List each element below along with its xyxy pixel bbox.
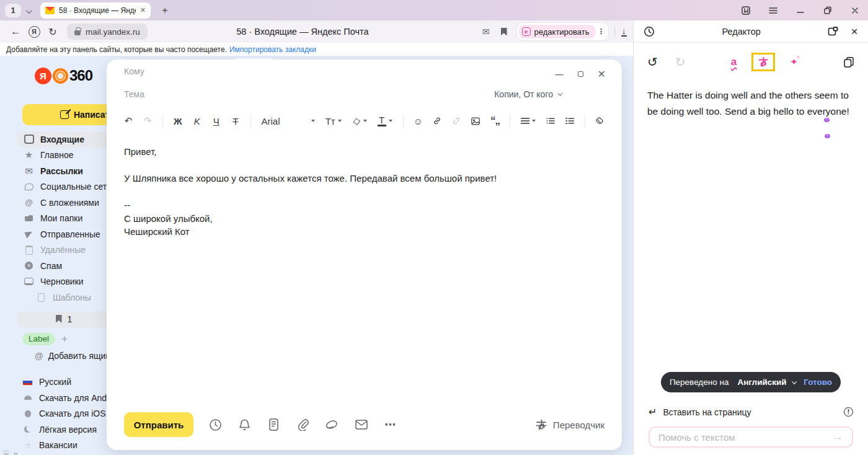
send-button[interactable]: Отправить bbox=[124, 412, 193, 437]
font-size-select[interactable]: Tт bbox=[326, 116, 342, 126]
redo-icon[interactable]: ↷ bbox=[143, 115, 152, 126]
yandex-services-icon[interactable]: Я bbox=[25, 26, 43, 38]
translate-tool-highlighted[interactable] bbox=[751, 53, 775, 71]
translated-text[interactable]: The Hatter is doing well and the others … bbox=[647, 87, 854, 120]
edit-extension-menu-icon[interactable]: ⋮ bbox=[596, 30, 606, 33]
language-select[interactable]: Английский bbox=[737, 378, 795, 387]
underline-button[interactable]: Ч bbox=[212, 116, 221, 126]
sidebar-link-apple[interactable]: Скачать для iOS bbox=[22, 406, 107, 422]
subject-field[interactable]: Тема Копии, От кого bbox=[124, 82, 604, 105]
translator-button[interactable]: Переводчик bbox=[535, 418, 604, 431]
url-field[interactable]: mail.yandex.ru bbox=[67, 24, 148, 40]
signature-pen-icon[interactable] bbox=[317, 420, 347, 430]
compose-close-icon[interactable]: ✕ bbox=[598, 68, 606, 80]
spellcheck-icon[interactable]: a bbox=[731, 56, 737, 68]
compose-button[interactable]: Написать bbox=[22, 104, 107, 125]
bookmark-action-icon[interactable] bbox=[501, 28, 507, 36]
tab-counter[interactable]: 1 bbox=[5, 4, 21, 17]
menu-icon[interactable] bbox=[768, 5, 779, 16]
reminder-bell-icon[interactable] bbox=[230, 418, 259, 431]
emoji-icon[interactable]: ☺ bbox=[414, 116, 422, 126]
close-window-icon[interactable] bbox=[849, 5, 861, 16]
font-family-select[interactable]: Arial bbox=[262, 116, 315, 126]
sidebar-link-hand[interactable]: Вакансии bbox=[22, 438, 107, 454]
to-field[interactable]: Кому bbox=[124, 60, 604, 82]
yandex-360-logo[interactable]: Я 360 bbox=[35, 67, 92, 84]
bullet-list-icon[interactable] bbox=[546, 117, 555, 125]
minimize-icon[interactable] bbox=[795, 5, 806, 16]
sidebar-link-label: Скачать для iOS bbox=[39, 409, 106, 418]
bold-button[interactable]: Ж bbox=[174, 116, 182, 126]
insert-to-page-button[interactable]: ↵ Вставить на страницу ! bbox=[649, 406, 853, 418]
downloads-icon[interactable]: ↓ bbox=[621, 27, 627, 37]
panel-bookmark-icon[interactable] bbox=[740, 5, 751, 16]
history-clock-icon[interactable] bbox=[644, 26, 655, 37]
tab-list-chevron-icon[interactable] bbox=[26, 5, 30, 16]
italic-button[interactable]: K bbox=[193, 116, 202, 126]
unlink-icon[interactable] bbox=[452, 116, 461, 126]
label-pill[interactable]: Label bbox=[22, 333, 55, 345]
sidebar-item-star[interactable]: Главное bbox=[22, 148, 107, 164]
align-select[interactable] bbox=[521, 118, 536, 124]
fill-color-select[interactable]: ◇ bbox=[352, 115, 367, 126]
sidebar-item-mailings[interactable]: Рассылки bbox=[22, 163, 107, 179]
sidebar-link-moon[interactable]: Лёгкая версия bbox=[22, 422, 107, 438]
message-body[interactable]: Привет,У Шляпника все хорошо у остальных… bbox=[124, 135, 604, 405]
sidebar-link-flag[interactable]: Русский bbox=[22, 374, 107, 391]
editor-redo-icon[interactable]: ↻ bbox=[675, 55, 686, 69]
sidebar-item-folder[interactable]: Мои папки bbox=[22, 211, 107, 227]
restore-icon[interactable] bbox=[822, 5, 833, 16]
import-bookmarks-link[interactable]: Импортировать закладки bbox=[229, 45, 316, 54]
sidebar-item-trash[interactable]: Удалённые bbox=[22, 242, 107, 258]
compose-minimize-icon[interactable]: — bbox=[556, 69, 564, 79]
sidebar-item-attach[interactable]: С вложениями bbox=[22, 195, 107, 211]
editor-undo-icon[interactable]: ↺ bbox=[647, 55, 658, 69]
bookmarked-filter[interactable]: 1 bbox=[17, 311, 107, 327]
template-icon bbox=[36, 292, 46, 303]
hand-icon bbox=[22, 441, 33, 450]
close-panel-icon[interactable]: ✕ bbox=[851, 27, 858, 37]
sidebar-item-social[interactable]: Социальные сети bbox=[22, 179, 107, 195]
browser-tab[interactable]: 58 · Входящие — Янде ✕ bbox=[40, 2, 151, 19]
envelope-icon[interactable] bbox=[347, 420, 376, 430]
add-mailbox-button[interactable]: @ Добавить ящик bbox=[22, 351, 107, 361]
done-button[interactable]: Готово bbox=[804, 378, 832, 387]
more-options-icon[interactable]: ⋯ bbox=[376, 418, 405, 431]
sidebar-item-inbox[interactable]: Входящие bbox=[17, 131, 107, 148]
refresh-icon[interactable]: ↻ bbox=[43, 26, 62, 38]
back-icon[interactable]: ← bbox=[6, 26, 25, 37]
tab-close-icon[interactable]: ✕ bbox=[140, 6, 146, 14]
send-later-clock-icon[interactable] bbox=[201, 418, 230, 431]
add-label-button[interactable]: + bbox=[61, 333, 68, 345]
submit-arrow-icon[interactable]: → bbox=[833, 431, 843, 443]
info-icon[interactable]: ! bbox=[844, 407, 853, 417]
attach-paperclip-icon[interactable] bbox=[288, 418, 317, 431]
new-tab-button[interactable]: + bbox=[158, 4, 172, 17]
ai-sparkles-icon[interactable]: ✦ bbox=[790, 56, 798, 68]
email-action-icon[interactable]: ✉ bbox=[482, 27, 490, 37]
text-helper-input[interactable]: Помочь с текстом → bbox=[649, 426, 853, 448]
copy-icon[interactable] bbox=[843, 56, 854, 68]
blockquote-icon[interactable]: “„ bbox=[490, 115, 499, 127]
undo-icon[interactable]: ↶ bbox=[124, 115, 133, 126]
insert-image-icon[interactable] bbox=[471, 117, 480, 126]
sidebar-item-spam[interactable]: Спам bbox=[22, 258, 107, 274]
edit-extension-button[interactable]: e редактировать ⋮ bbox=[517, 23, 608, 40]
link-icon[interactable] bbox=[433, 116, 441, 126]
template-note-icon[interactable] bbox=[259, 418, 288, 431]
sidebar-item-template[interactable]: Шаблоны bbox=[22, 289, 107, 306]
strikethrough-button[interactable]: Т bbox=[231, 116, 240, 126]
clear-format-eraser-icon[interactable] bbox=[596, 117, 604, 125]
collapse-sidebar-icon[interactable]: ⌸ » bbox=[4, 449, 19, 455]
lock-icon[interactable] bbox=[74, 30, 81, 35]
cc-from-toggle[interactable]: Копии, От кого bbox=[494, 89, 561, 99]
open-in-window-icon[interactable] bbox=[828, 27, 838, 37]
compose-restore-icon[interactable] bbox=[578, 71, 583, 77]
sidebar-item-sent[interactable]: Отправленные bbox=[22, 226, 107, 242]
sidebar-item-drafts[interactable]: Черновики bbox=[22, 274, 107, 290]
numbered-list-icon[interactable] bbox=[565, 117, 574, 125]
sidebar-link-android[interactable]: Скачать для Android bbox=[22, 390, 107, 406]
text-color-select[interactable]: T bbox=[378, 116, 392, 126]
tab-title: 58 · Входящие — Янде bbox=[59, 6, 136, 15]
compose-window: — ✕ Кому Тема Копии, От кого ↶ ↷ Ж K Ч Т bbox=[107, 60, 622, 450]
